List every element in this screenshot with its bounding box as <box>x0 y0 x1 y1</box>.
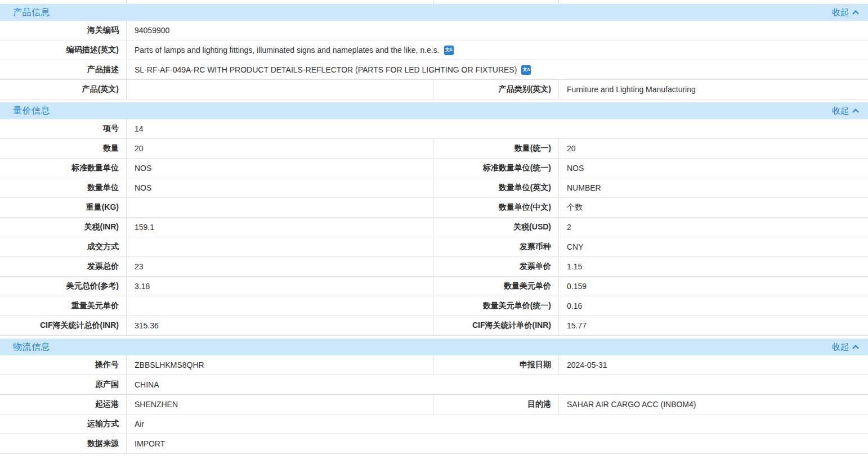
field-value: 3.18 <box>127 277 433 296</box>
field-value: 14 <box>127 119 868 138</box>
field-value: IMPORT <box>127 434 868 453</box>
field-value <box>127 198 433 217</box>
partial-row-above <box>0 0 868 4</box>
field-value: CNY <box>559 237 868 256</box>
field-value: Parts of lamps and lighting fittings, il… <box>127 40 868 60</box>
partial-cell <box>433 0 559 4</box>
field-label: 数量美元单价(统一) <box>433 296 559 315</box>
field-value <box>127 237 433 256</box>
section-logistics-info: 物流信息 收起 操作号 ZBBSLHKMS8QHR 申报日期 2024-05-3… <box>0 339 868 454</box>
section-product-info: 产品信息 收起 海关编码 94059900 编码描述(英文) Parts of … <box>0 4 868 100</box>
field-label: 重量(KG) <box>0 198 127 217</box>
field-value-text: CHINA <box>135 380 159 389</box>
collapse-label: 收起 <box>832 7 849 18</box>
row-port-of-loading: 起运港 SHENZHEN 目的港 SAHAR AIR CARGO ACC (IN… <box>0 395 868 414</box>
field-value: 0.159 <box>559 277 868 296</box>
row-weight-usd-unit-price: 重量美元单价 数量美元单价(统一) 0.16 <box>0 296 868 316</box>
field-value: ZBBSLHKMS8QHR <box>127 355 433 375</box>
section-header-logistics-info: 物流信息 收起 <box>0 339 868 355</box>
field-value-text: IMPORT <box>135 439 165 448</box>
field-value: SHENZHEN <box>127 395 433 414</box>
field-value <box>127 296 433 315</box>
field-value: NOS <box>127 159 433 178</box>
field-label: 美元总价(参考) <box>0 277 127 296</box>
row-operation-no: 操作号 ZBBSLHKMS8QHR 申报日期 2024-05-31 <box>0 355 868 375</box>
partial-cell <box>0 0 127 4</box>
row-weight-kg: 重量(KG) 数量单位(中文) 个数 <box>0 198 868 218</box>
field-label: CIF海关统计单价(INR) <box>433 316 559 335</box>
field-label: 关税(USD) <box>433 218 559 237</box>
field-value: NOS <box>559 159 868 178</box>
chevron-up-icon <box>852 109 858 115</box>
field-label: 数量单位(英文) <box>433 178 559 197</box>
row-quantity: 数量 20 数量(统一) 20 <box>0 139 868 159</box>
field-value: 1.15 <box>559 257 868 276</box>
row-quantity-unit: 数量单位 NOS 数量单位(英文) NUMBER <box>0 178 868 198</box>
field-label: 原产国 <box>0 375 127 394</box>
row-cif-customs-total: CIF海关统计总价(INR) 315.36 CIF海关统计单价(INR) 15.… <box>0 316 868 336</box>
collapse-label: 收起 <box>832 342 849 353</box>
row-transport-mode: 运输方式 Air <box>0 414 868 434</box>
field-label: 数量单位 <box>0 178 127 197</box>
field-value: 23 <box>127 257 433 276</box>
field-label: 标准数量单位(统一) <box>433 159 559 178</box>
field-label: 数量美元单价 <box>433 277 559 296</box>
section-title-product-info: 产品信息 <box>3 7 50 19</box>
chevron-up-icon <box>852 345 858 351</box>
translate-icon[interactable]: 文A <box>521 65 531 75</box>
field-value: 159.1 <box>127 218 433 237</box>
field-label: 数量 <box>0 139 127 158</box>
translate-icon[interactable]: 文A <box>444 46 454 55</box>
section-title-logistics-info: 物流信息 <box>3 341 50 353</box>
field-label: 产品描述 <box>0 60 127 79</box>
field-value-text: 14 <box>135 124 144 133</box>
section-header-product-info: 产品信息 收起 <box>0 4 868 21</box>
field-value-text: SL-RF-AF-049A-RC WITH PRODUCT DETAILS-RE… <box>135 65 517 74</box>
field-label: 标准数量单位 <box>0 159 127 178</box>
field-value: 2 <box>559 218 868 237</box>
field-value: 20 <box>559 139 868 158</box>
field-label: 数量(统一) <box>433 139 559 158</box>
field-value: Air <box>127 414 868 434</box>
field-label: 项号 <box>0 119 127 138</box>
collapse-button-quantity-price-info[interactable]: 收起 <box>832 102 868 119</box>
field-label: 重量美元单价 <box>0 296 127 315</box>
row-invoice-total: 发票总价 23 发票单价 1.15 <box>0 257 868 277</box>
field-value <box>127 80 433 99</box>
field-value: 315.36 <box>127 316 433 335</box>
row-std-quantity-unit: 标准数量单位 NOS 标准数量单位(统一) NOS <box>0 159 868 178</box>
field-value-text: 94059900 <box>135 26 169 35</box>
field-label: 产品(英文) <box>0 80 127 99</box>
collapse-button-logistics-info[interactable]: 收起 <box>832 339 868 355</box>
field-label: 关税(INR) <box>0 218 127 237</box>
row-product-en-and-category: 产品(英文) 产品类别(英文) Furniture and Lighting M… <box>0 80 868 100</box>
row-country-of-origin: 原产国 CHINA <box>0 375 868 395</box>
field-label: 发票单价 <box>433 257 559 276</box>
row-duty-inr: 关税(INR) 159.1 关税(USD) 2 <box>0 218 868 237</box>
field-label: 申报日期 <box>433 355 559 375</box>
field-value-text: Air <box>135 420 144 429</box>
field-label: 海关编码 <box>0 21 127 40</box>
collapse-button-product-info[interactable]: 收起 <box>832 4 868 21</box>
field-label: CIF海关统计总价(INR) <box>0 316 127 335</box>
field-label: 起运港 <box>0 395 127 414</box>
field-label: 编码描述(英文) <box>0 40 127 60</box>
field-value: 2024-05-31 <box>559 355 868 375</box>
row-product-description: 产品描述 SL-RF-AF-049A-RC WITH PRODUCT DETAI… <box>0 60 868 80</box>
field-value: SL-RF-AF-049A-RC WITH PRODUCT DETAILS-RE… <box>127 60 868 79</box>
field-label: 目的港 <box>433 395 559 414</box>
field-value: 0.16 <box>559 296 868 315</box>
row-usd-total: 美元总价(参考) 3.18 数量美元单价 0.159 <box>0 277 868 296</box>
field-label: 数量单位(中文) <box>433 198 559 217</box>
field-value: NOS <box>127 178 433 197</box>
field-value: SAHAR AIR CARGO ACC (INBOM4) <box>559 395 868 414</box>
row-data-source: 数据来源 IMPORT <box>0 434 868 454</box>
field-label: 发票币种 <box>433 237 559 256</box>
row-trade-terms: 成交方式 发票币种 CNY <box>0 237 868 257</box>
field-label: 产品类别(英文) <box>433 80 559 99</box>
section-quantity-price-info: 量价信息 收起 项号 14 数量 20 数量(统一) 20 标准数量单位 NOS… <box>0 102 868 336</box>
field-label: 数据来源 <box>0 434 127 453</box>
field-value: 20 <box>127 139 433 158</box>
section-header-quantity-price-info: 量价信息 收起 <box>0 102 868 119</box>
field-value: NUMBER <box>559 178 868 197</box>
